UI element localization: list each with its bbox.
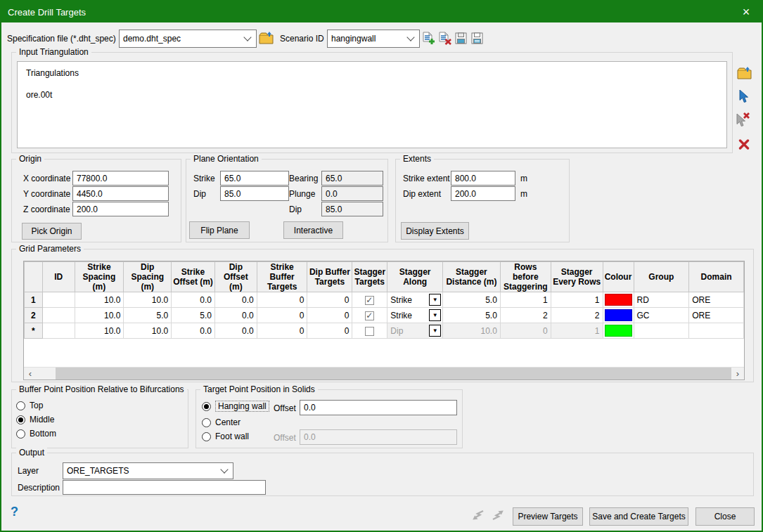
grid-cell-stagger_every[interactable]: 1 [551, 323, 603, 339]
interactive-button[interactable]: Interactive [283, 221, 343, 239]
grid-cell-stagger_targets[interactable] [352, 323, 387, 339]
hanging-offset-field[interactable]: 0.0 [300, 400, 457, 415]
grid-cell-rows_before[interactable]: 2 [500, 308, 551, 323]
dip-extent-field[interactable]: 200.0 [451, 186, 515, 201]
grid-cell-stagger_every[interactable]: 1 [551, 292, 603, 308]
center-option[interactable]: Center [202, 415, 241, 429]
stagger-along-dropdown-icon[interactable]: ▼ [429, 294, 441, 306]
grid-cell-strike_buffer[interactable]: 0 [257, 323, 307, 339]
grid-cell-strike_buffer[interactable]: 0 [257, 292, 307, 308]
lightning-right-icon[interactable] [491, 509, 505, 521]
flip-plane-button[interactable]: Flip Plane [189, 221, 250, 239]
strike-extent-field[interactable]: 800.0 [451, 171, 515, 186]
close-dialog-button[interactable]: Close [695, 507, 755, 526]
colour-swatch[interactable] [605, 294, 632, 306]
colour-swatch[interactable] [605, 309, 632, 321]
grid-cell-strike_spacing[interactable]: 10.0 [75, 323, 124, 339]
delete-scenario-icon[interactable] [439, 32, 451, 45]
scroll-left-icon[interactable]: ‹ [24, 368, 37, 379]
help-icon[interactable]: ? [11, 505, 18, 519]
z-coordinate-field[interactable]: 200.0 [72, 202, 169, 216]
stagger-targets-checkbox[interactable] [365, 327, 374, 336]
grid-cell-dip_offset[interactable]: 0.0 [214, 292, 257, 308]
buffer-option-middle[interactable]: Middle [16, 413, 185, 427]
center-radio[interactable] [202, 418, 211, 427]
grid-row-header[interactable]: 2 [25, 308, 43, 323]
grid-cell-strike_offset[interactable]: 0.0 [172, 323, 215, 339]
grid-cell-dip_spacing[interactable]: 5.0 [124, 308, 172, 323]
load-triangulation-folder-icon[interactable] [737, 66, 752, 79]
grid-cell-stagger_targets[interactable] [352, 308, 387, 323]
grid-cell-id[interactable] [42, 323, 75, 339]
grid-cell-stagger_along[interactable]: Strike▼ [387, 292, 443, 308]
remove-triangulation-icon[interactable] [738, 139, 750, 150]
grid-cell-domain[interactable]: ORE [689, 308, 744, 323]
y-coordinate-field[interactable]: 4450.0 [72, 186, 169, 201]
grid-row-header[interactable]: 1 [25, 292, 43, 308]
grid-horizontal-scrollbar[interactable]: ‹ › [24, 367, 744, 379]
stagger-targets-checkbox[interactable] [365, 311, 374, 320]
foot-wall-option[interactable]: Foot wall [202, 429, 249, 443]
grid-cell-stagger_distance[interactable]: 10.0 [443, 323, 501, 339]
dip-field[interactable]: 85.0 [220, 186, 289, 201]
grid-cell-stagger_distance[interactable]: 5.0 [443, 292, 501, 308]
colour-swatch[interactable] [605, 325, 632, 337]
hanging-wall-radio[interactable] [202, 402, 211, 411]
grid-cell-group[interactable]: RD [634, 292, 689, 308]
title-bar[interactable]: Create Drill Targets × [1, 1, 762, 22]
new-scenario-icon[interactable] [423, 32, 435, 45]
grid-cell-strike_buffer[interactable]: 0 [257, 308, 307, 323]
select-triangulation-cursor-icon[interactable] [738, 90, 749, 103]
grid-cell-stagger_along[interactable]: Dip▼ [387, 323, 443, 339]
grid-cell-colour[interactable] [603, 308, 634, 323]
grid-cell-group[interactable]: GC [634, 308, 689, 323]
scenario-id-combo[interactable]: hangingwall [327, 30, 420, 48]
x-coordinate-field[interactable]: 77800.0 [72, 171, 169, 186]
grid-cell-stagger_distance[interactable]: 5.0 [443, 308, 501, 323]
triangulation-item[interactable]: ore.00t [26, 87, 722, 103]
stagger-along-dropdown-icon[interactable]: ▼ [429, 309, 441, 321]
middle-radio[interactable] [16, 415, 25, 424]
grid-cell-dip_buffer[interactable]: 0 [307, 292, 352, 308]
hanging-wall-option[interactable]: Hanging wall [202, 399, 269, 413]
grid-cell-dip_spacing[interactable]: 10.0 [124, 292, 172, 308]
buffer-option-bottom[interactable]: Bottom [16, 427, 185, 441]
grid-row-header[interactable]: * [25, 323, 43, 339]
grid-cell-rows_before[interactable]: 1 [500, 292, 551, 308]
grid-cell-dip_buffer[interactable]: 0 [307, 308, 352, 323]
triangulation-list[interactable]: Triangulations ore.00t [17, 61, 727, 148]
grid-cell-strike_spacing[interactable]: 10.0 [75, 308, 124, 323]
grid-cell-rows_before[interactable]: 0 [500, 323, 551, 339]
stagger-along-dropdown-icon[interactable]: ▼ [429, 325, 441, 337]
grid-cell-dip_offset[interactable]: 0.0 [214, 323, 257, 339]
close-icon[interactable]: × [731, 1, 762, 22]
grid-cell-strike_offset[interactable]: 5.0 [172, 308, 215, 323]
top-radio[interactable] [16, 401, 25, 410]
open-spec-folder-icon[interactable] [259, 31, 274, 44]
grid-cell-domain[interactable]: ORE [689, 292, 744, 308]
lightning-left-icon[interactable] [471, 509, 485, 521]
preview-targets-button[interactable]: Preview Targets [513, 507, 583, 526]
save-scenario-icon[interactable] [455, 32, 467, 44]
spec-file-combo[interactable]: demo.dht_spec [119, 30, 257, 48]
deselect-triangulation-cursor-icon[interactable] [736, 112, 750, 126]
scrollbar-thumb[interactable] [56, 368, 731, 379]
pick-origin-button[interactable]: Pick Origin [22, 223, 82, 240]
grid-cell-stagger_every[interactable]: 2 [551, 308, 603, 323]
grid-cell-id[interactable] [42, 292, 75, 308]
grid-cell-colour[interactable] [603, 323, 634, 339]
grid-cell-id[interactable] [42, 308, 75, 323]
foot-wall-radio[interactable] [202, 432, 211, 441]
stagger-targets-checkbox[interactable] [365, 296, 374, 305]
grid-cell-dip_spacing[interactable]: 10.0 [124, 323, 172, 339]
display-extents-button[interactable]: Display Extents [401, 222, 469, 240]
grid-cell-stagger_targets[interactable] [352, 292, 387, 308]
grid-cell-domain[interactable] [689, 323, 744, 339]
buffer-option-top[interactable]: Top [16, 398, 185, 413]
bottom-radio[interactable] [16, 429, 25, 439]
grid-cell-group[interactable] [634, 323, 689, 339]
save-and-create-targets-button[interactable]: Save and Create Targets [589, 507, 688, 526]
grid-cell-strike_offset[interactable]: 0.0 [172, 292, 215, 308]
description-field[interactable] [63, 480, 266, 495]
strike-field[interactable]: 65.0 [220, 171, 289, 186]
